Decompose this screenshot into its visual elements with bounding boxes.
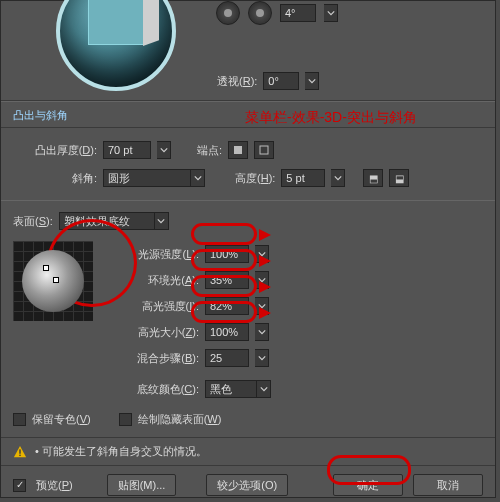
highlight-intensity-label: 高光强度(I): xyxy=(111,299,199,314)
bevel-height-label: 高度(H): xyxy=(235,171,275,186)
svg-rect-0 xyxy=(234,146,242,154)
svg-rect-3 xyxy=(19,454,20,455)
highlight-size-input[interactable] xyxy=(205,323,249,341)
perspective-label: 透视(R): xyxy=(217,74,257,89)
draw-hidden-label: 绘制隐藏表面(W) xyxy=(138,412,222,427)
light-intensity-input[interactable] xyxy=(205,245,249,263)
light-intensity-dropdown[interactable] xyxy=(255,245,269,263)
bevel-select[interactable] xyxy=(103,169,191,187)
warning-icon xyxy=(13,445,27,459)
angle-input[interactable] xyxy=(280,4,316,22)
bevel-in-icon[interactable]: ⬒ xyxy=(363,169,383,187)
bevel-out-icon[interactable]: ⬓ xyxy=(389,169,409,187)
perspective-dropdown[interactable] xyxy=(305,72,319,90)
surface-label: 表面(S): xyxy=(13,214,53,229)
cancel-button[interactable]: 取消 xyxy=(413,474,483,496)
perspective-input[interactable] xyxy=(263,72,299,90)
blend-steps-label: 混合步骤(B): xyxy=(111,351,199,366)
angle-dropdown[interactable] xyxy=(324,4,338,22)
ambient-light-input[interactable] xyxy=(205,271,249,289)
preview-label: 预览(P) xyxy=(36,478,73,493)
shading-color-label: 底纹颜色(C): xyxy=(111,382,199,397)
cap-off-icon[interactable] xyxy=(254,141,274,159)
surface-select[interactable] xyxy=(59,212,155,230)
bevel-dropdown[interactable] xyxy=(191,169,205,187)
rotate-z-dial[interactable] xyxy=(216,1,240,25)
orientation-preview[interactable] xyxy=(56,0,176,91)
highlight-intensity-input[interactable] xyxy=(205,297,249,315)
light-direction-control[interactable] xyxy=(13,241,93,321)
highlight-intensity-dropdown[interactable] xyxy=(255,297,269,315)
preview-checkbox[interactable] xyxy=(13,479,26,492)
svg-rect-1 xyxy=(260,146,268,154)
shading-color-dropdown[interactable] xyxy=(257,380,271,398)
bevel-height-dropdown[interactable] xyxy=(331,169,345,187)
blend-steps-input[interactable] xyxy=(205,349,249,367)
warning-text: • 可能发生了斜角自身交叉的情况。 xyxy=(35,444,207,459)
highlight-size-label: 高光大小(Z): xyxy=(111,325,199,340)
preserve-spot-label: 保留专色(V) xyxy=(32,412,91,427)
draw-hidden-checkbox[interactable] xyxy=(119,413,132,426)
light-intensity-label: 光源强度(L): xyxy=(111,247,199,262)
ambient-light-dropdown[interactable] xyxy=(255,271,269,289)
extrude-depth-label: 凸出厚度(D): xyxy=(13,143,97,158)
highlight-size-dropdown[interactable] xyxy=(255,323,269,341)
cap-label: 端点: xyxy=(197,143,222,158)
ambient-light-label: 环境光(A): xyxy=(111,273,199,288)
orientation-preview-area: 透视(R): xyxy=(1,1,495,101)
fewer-options-button[interactable]: 较少选项(O) xyxy=(206,474,288,496)
bevel-label: 斜角: xyxy=(13,171,97,186)
cap-on-icon[interactable] xyxy=(228,141,248,159)
ok-button[interactable]: 确定 xyxy=(333,474,403,496)
blend-steps-dropdown[interactable] xyxy=(255,349,269,367)
map-art-button[interactable]: 贴图(M)... xyxy=(107,474,177,496)
bevel-height-input[interactable] xyxy=(281,169,325,187)
rotate-z-dial-2[interactable] xyxy=(248,1,272,25)
shading-color-select[interactable] xyxy=(205,380,257,398)
svg-rect-2 xyxy=(19,449,20,453)
extrude-depth-dropdown[interactable] xyxy=(157,141,171,159)
preserve-spot-checkbox[interactable] xyxy=(13,413,26,426)
section-extrude-bevel-title: 凸出与斜角 xyxy=(1,101,495,128)
extrude-depth-input[interactable] xyxy=(103,141,151,159)
surface-dropdown[interactable] xyxy=(155,212,169,230)
